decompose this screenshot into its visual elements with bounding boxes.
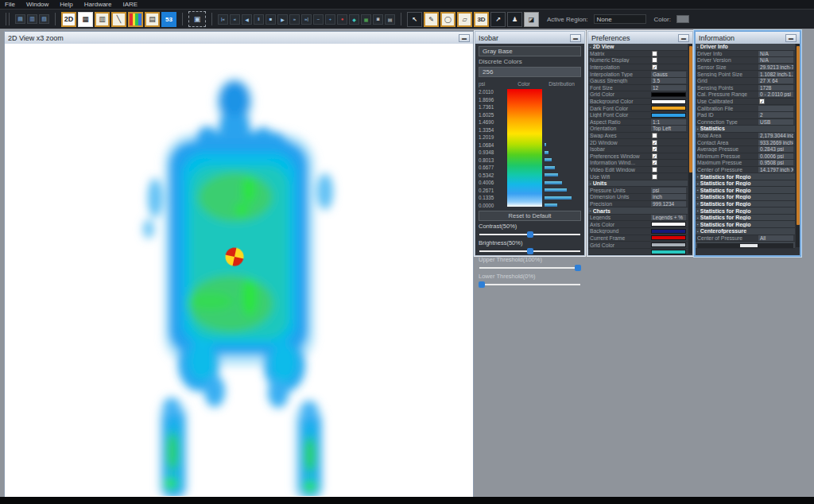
preference-row[interactable]: ▪ Matrix: [588, 51, 688, 58]
preference-row[interactable]: ▪ Font Size 12: [588, 85, 688, 92]
section-expand-icon[interactable]: ▪: [697, 222, 699, 227]
information-row[interactable]: ▪ Statistics: [696, 126, 795, 133]
section-expand-icon[interactable]: ▪: [590, 208, 591, 213]
information-row[interactable]: ▪ Driver Info: [696, 44, 795, 51]
preference-checkbox[interactable]: [652, 167, 657, 173]
information-hscrollbar[interactable]: [697, 243, 793, 248]
preference-row[interactable]: ▪ Grid Color: [588, 91, 688, 99]
minimize-button[interactable]: ▬: [678, 34, 689, 42]
section-expand-icon[interactable]: ▪: [697, 215, 699, 220]
information-row[interactable]: ▪ Statistics for Regio: [696, 187, 795, 194]
preference-checkbox[interactable]: [652, 51, 657, 56]
information-row[interactable]: ▪ Sensor Size 29.9213 inch-7: [696, 64, 795, 72]
color-swatch[interactable]: [651, 92, 686, 97]
information-row[interactable]: ▪ Cal. Pressure Range 0 - 2.0110 psi: [696, 91, 795, 99]
information-row[interactable]: ▪ Minimum Pressue 0.0006 psi: [696, 153, 795, 161]
section-expand-icon[interactable]: ▪: [697, 195, 699, 200]
skip-start-button[interactable]: |«: [218, 14, 228, 25]
view-2d-button[interactable]: 2D: [61, 12, 76, 27]
information-row[interactable]: ▪ Driver Version N/A: [696, 57, 795, 64]
camera-button[interactable]: ◙: [373, 14, 383, 25]
preference-row[interactable]: ▪ Dark Font Color: [588, 105, 688, 112]
section-expand-icon[interactable]: ▪: [697, 174, 699, 179]
menu-hardware[interactable]: Hardware: [84, 1, 112, 8]
color-swatch[interactable]: [651, 106, 686, 110]
color-swatch[interactable]: [651, 113, 686, 118]
network-button[interactable]: ◆: [349, 14, 359, 25]
step-back-button[interactable]: ◀: [242, 14, 252, 25]
section-expand-icon[interactable]: ▪: [697, 208, 699, 213]
information-row[interactable]: ▪ Total Area 2,179.3044 inc: [696, 133, 795, 140]
preference-row[interactable]: ▪ Preferences Window: [588, 153, 688, 161]
legend-view-button[interactable]: ▤: [145, 12, 160, 27]
section-expand-icon[interactable]: ▪: [697, 229, 699, 234]
information-row[interactable]: ▪ Centerofpressure: [696, 228, 795, 235]
information-row[interactable]: ▪ Center of Pressure All: [696, 235, 795, 242]
preference-row[interactable]: ▪ Charts: [588, 207, 688, 215]
information-checkbox[interactable]: [759, 99, 765, 104]
preference-row[interactable]: ▪ Orientation Top Left: [588, 126, 688, 133]
lasso-tool[interactable]: ◯: [440, 12, 455, 27]
faster-button[interactable]: +: [325, 14, 335, 25]
save-frame-button[interactable]: ▦: [361, 14, 371, 25]
section-expand-icon[interactable]: ▪: [590, 45, 591, 49]
colorbar-view-button[interactable]: ‖: [128, 12, 143, 27]
grid-view-button[interactable]: ▦: [78, 12, 93, 27]
information-titlebar[interactable]: Information ▬: [696, 32, 800, 44]
preference-row[interactable]: ▪ Light Font Color: [588, 112, 688, 119]
preference-row[interactable]: ▪ Interpolation: [588, 64, 688, 72]
section-expand-icon[interactable]: ▪: [590, 181, 591, 186]
information-row[interactable]: ▪ Statistics for Regio: [696, 221, 795, 228]
section-expand-icon[interactable]: ▪: [697, 188, 699, 192]
color-swatch[interactable]: [651, 99, 686, 104]
color-swatch[interactable]: [651, 250, 686, 254]
section-expand-icon[interactable]: ▪: [697, 126, 699, 131]
preference-row[interactable]: ▪ Dimension Units inch: [588, 194, 688, 201]
section-expand-icon[interactable]: ▪: [697, 181, 699, 186]
view-3d-tool[interactable]: 3D: [474, 12, 489, 27]
preference-row[interactable]: ▪ Numeric Display: [588, 57, 688, 64]
section-expand-icon[interactable]: ▪: [697, 45, 699, 49]
menu-iare[interactable]: IARE: [122, 1, 138, 8]
new-file-button[interactable]: ▤: [15, 14, 25, 24]
color-swatch[interactable]: [651, 229, 686, 234]
preference-checkbox[interactable]: [652, 140, 657, 145]
preference-row[interactable]: ▪ Isobar: [588, 146, 688, 153]
slider-thumb[interactable]: [527, 231, 533, 238]
toolbar-grip[interactable]: [6, 13, 10, 25]
slower-button[interactable]: −: [313, 14, 324, 25]
information-row[interactable]: ▪ Statistics for Regio: [696, 180, 795, 188]
color-swatch[interactable]: [651, 235, 686, 240]
information-row[interactable]: ▪ Statistics for Regio: [696, 201, 795, 208]
preferences-titlebar[interactable]: Preferences ▬: [588, 32, 692, 44]
skip-end-button[interactable]: »|: [301, 14, 312, 25]
information-row[interactable]: ▪ Statistics for Regio: [696, 207, 795, 215]
slider-thumb[interactable]: [575, 265, 581, 271]
information-row[interactable]: ▪ Pad ID 2: [696, 112, 795, 119]
information-row[interactable]: ▪ Statistics for Regio: [696, 173, 795, 180]
play-button[interactable]: ▶: [277, 14, 288, 25]
information-row[interactable]: ▪ Statistics for Regio: [696, 215, 795, 222]
sensor-map-button[interactable]: ▥: [95, 12, 110, 27]
preference-row[interactable]: ▪ Grid Color: [588, 242, 688, 249]
2d-view-titlebar[interactable]: 2D View x3 zoom ▬: [5, 32, 473, 44]
colormap-dropdown[interactable]: Gray Base: [479, 46, 581, 56]
reset-to-default-button[interactable]: Reset to Default: [479, 211, 581, 221]
stop-button[interactable]: ■: [266, 14, 276, 25]
cursor-tool[interactable]: ↖: [407, 12, 422, 27]
scrollbar-thumb[interactable]: [740, 244, 758, 247]
preference-row[interactable]: ▪ Background Color: [588, 99, 688, 106]
preferences-scrollbar[interactable]: [688, 44, 692, 254]
preference-row[interactable]: ▪ 2D View: [588, 44, 688, 51]
preference-row[interactable]: ▪ Precision 999.1234: [588, 201, 688, 208]
information-row[interactable]: ▪ Connection Type USB: [696, 119, 795, 126]
color-swatch[interactable]: [651, 242, 686, 247]
region-color-swatch[interactable]: [676, 15, 689, 23]
pause-button[interactable]: ‖: [254, 14, 264, 25]
preference-row[interactable]: ▪ Swap Axes: [588, 133, 688, 140]
information-row[interactable]: ▪ Contact Area 933.2669 inch²: [696, 139, 795, 146]
preference-row[interactable]: ▪: [588, 249, 688, 256]
preference-row[interactable]: ▪ Information Wind...: [588, 160, 688, 167]
preference-checkbox[interactable]: [652, 160, 657, 165]
active-region-field[interactable]: None: [594, 14, 646, 24]
